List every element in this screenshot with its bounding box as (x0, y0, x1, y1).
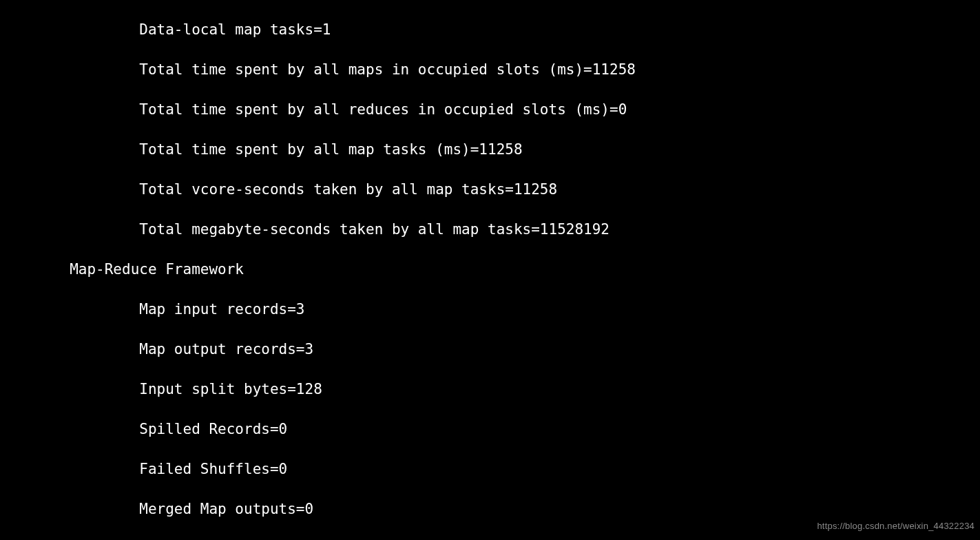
output-line: Total megabyte-seconds taken by all map … (0, 220, 980, 240)
terminal-window[interactable]: Data-local map tasks=1 Total time spent … (0, 0, 980, 540)
output-line: Map output records=3 (0, 340, 980, 360)
output-line: Total time spent by all reduces in occup… (0, 100, 980, 120)
output-line: Total vcore-seconds taken by all map tas… (0, 180, 980, 200)
output-line: Total time spent by all maps in occupied… (0, 60, 980, 80)
output-line: Map-Reduce Framework (0, 260, 980, 280)
watermark-text: https://blog.csdn.net/weixin_44322234 (817, 516, 974, 536)
output-line: Total time spent by all map tasks (ms)=1… (0, 140, 980, 160)
output-line: Failed Shuffles=0 (0, 459, 980, 479)
output-line: Spilled Records=0 (0, 419, 980, 439)
output-line: Map input records=3 (0, 300, 980, 320)
output-line: Data-local map tasks=1 (0, 20, 980, 40)
output-line: Input split bytes=128 (0, 380, 980, 399)
